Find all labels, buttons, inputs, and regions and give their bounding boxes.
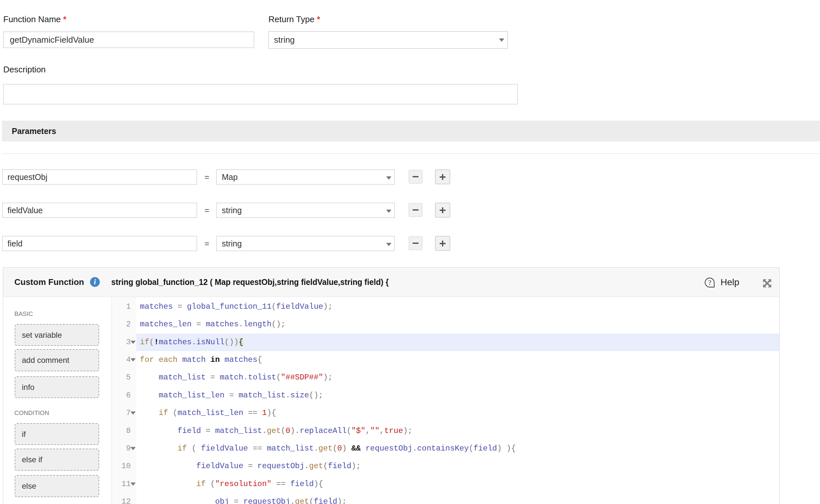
svg-text:?: ? bbox=[708, 279, 711, 287]
